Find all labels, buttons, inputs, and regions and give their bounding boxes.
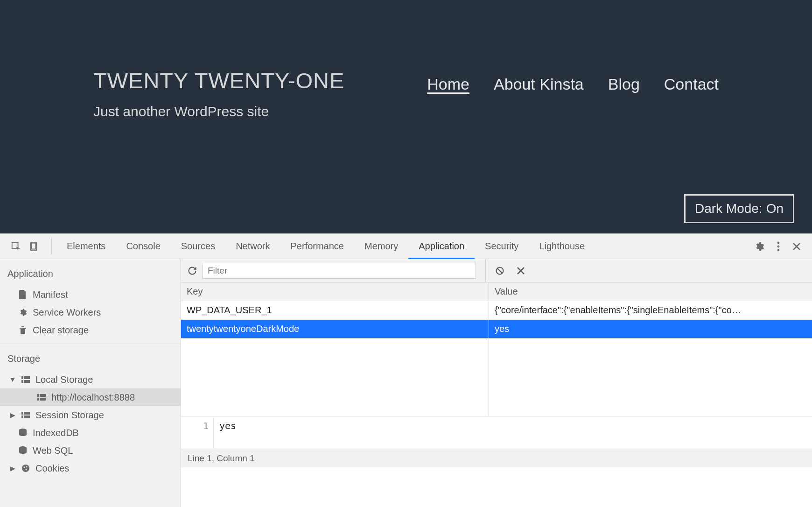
- editor-gutter: 1: [181, 416, 214, 449]
- svg-rect-11: [40, 394, 46, 397]
- svg-rect-10: [37, 394, 39, 397]
- chevron-down-icon: ▼: [9, 376, 16, 383]
- svg-point-22: [26, 466, 27, 467]
- svg-point-21: [24, 467, 25, 468]
- sidebar-item-label: Local Storage: [35, 374, 93, 385]
- table-header: Key Value: [181, 282, 812, 301]
- svg-point-3: [777, 241, 780, 244]
- block-icon[interactable]: [495, 266, 504, 275]
- tab-elements[interactable]: Elements: [56, 234, 116, 259]
- svg-rect-13: [40, 398, 46, 401]
- sidebar-item-label: http://localhost:8888: [51, 392, 135, 403]
- value-editor[interactable]: 1 yes: [181, 416, 812, 449]
- delete-icon[interactable]: [517, 267, 525, 275]
- cookie-icon: [21, 464, 31, 472]
- cell-key: WP_DATA_USER_1: [181, 301, 489, 319]
- storage-table: Key Value WP_DATA_USER_1 {"core/interfac…: [181, 282, 812, 339]
- sidebar-item-service-workers[interactable]: Service Workers: [0, 303, 181, 321]
- trash-icon: [18, 326, 28, 334]
- tab-console[interactable]: Console: [116, 234, 170, 259]
- tab-network[interactable]: Network: [225, 234, 280, 259]
- svg-point-5: [777, 249, 780, 251]
- grid-icon: [21, 376, 31, 383]
- svg-rect-9: [24, 380, 30, 383]
- tab-security[interactable]: Security: [475, 234, 529, 259]
- sidebar-item-indexeddb[interactable]: IndexedDB: [0, 424, 181, 442]
- sidebar-item-websql[interactable]: Web SQL: [0, 442, 181, 459]
- nav-about[interactable]: About Kinsta: [494, 75, 584, 93]
- device-toggle-icon[interactable]: [27, 241, 40, 252]
- sidebar-item-label: Service Workers: [33, 307, 101, 318]
- sidebar-item-label: Session Storage: [35, 410, 104, 421]
- tab-application[interactable]: Application: [408, 234, 475, 259]
- sidebar-item-manifest[interactable]: Manifest: [0, 286, 181, 303]
- cell-value: {"core/interface":{"enableItems":{"singl…: [489, 301, 812, 319]
- svg-rect-17: [24, 415, 30, 418]
- svg-rect-8: [21, 380, 23, 383]
- table-empty-area: [181, 339, 812, 416]
- tab-lighthouse[interactable]: Lighthouse: [529, 234, 595, 259]
- chevron-right-icon: ▶: [9, 411, 16, 419]
- svg-rect-6: [21, 376, 23, 379]
- sidebar-item-label: IndexedDB: [33, 428, 79, 438]
- sidebar-item-label: Manifest: [33, 289, 68, 300]
- svg-rect-7: [24, 376, 30, 379]
- sidebar-item-local-storage[interactable]: ▼ Local Storage: [0, 371, 181, 388]
- col-key[interactable]: Key: [181, 282, 489, 301]
- sidebar-item-label: Clear storage: [33, 325, 89, 336]
- cell-key: twentytwentyoneDarkMode: [181, 320, 489, 338]
- tab-performance[interactable]: Performance: [280, 234, 355, 259]
- svg-rect-14: [21, 412, 23, 415]
- gear-icon[interactable]: [754, 241, 764, 252]
- nav-home[interactable]: Home: [427, 75, 469, 93]
- chevron-right-icon: ▶: [9, 465, 16, 472]
- devtools-tabstrip: Elements Console Sources Network Perform…: [0, 234, 812, 259]
- nav-contact[interactable]: Contact: [664, 75, 719, 93]
- tab-sources[interactable]: Sources: [171, 234, 225, 259]
- dark-mode-toggle[interactable]: Dark Mode: On: [684, 194, 794, 223]
- close-icon[interactable]: [792, 242, 801, 251]
- sidebar-item-label: Cookies: [35, 463, 69, 474]
- sidebar-item-session-storage[interactable]: ▶ Session Storage: [0, 406, 181, 424]
- database-icon: [18, 446, 28, 455]
- sidebar-heading-storage: Storage: [0, 351, 181, 371]
- devtools-sidebar: Application Manifest Service Workers Cle…: [0, 259, 181, 507]
- cell-value: yes: [489, 320, 812, 338]
- sidebar-item-label: Web SQL: [33, 445, 73, 456]
- primary-nav: Home About Kinsta Blog Contact: [427, 75, 719, 93]
- grid-icon: [21, 412, 31, 418]
- nav-blog[interactable]: Blog: [608, 75, 640, 93]
- editor-content[interactable]: yes: [214, 416, 812, 449]
- grid-icon: [36, 394, 47, 401]
- refresh-icon[interactable]: [188, 266, 197, 275]
- tab-memory[interactable]: Memory: [354, 234, 408, 259]
- dark-mode-state: On: [766, 201, 784, 216]
- sidebar-item-clear-storage[interactable]: Clear storage: [0, 321, 181, 339]
- svg-point-4: [777, 245, 780, 247]
- svg-rect-15: [24, 412, 30, 415]
- col-value[interactable]: Value: [489, 282, 812, 301]
- storage-toolbar: [181, 259, 812, 282]
- site-tagline: Just another WordPress site: [93, 104, 344, 120]
- editor-status: Line 1, Column 1: [181, 449, 812, 467]
- file-icon: [18, 290, 28, 299]
- sidebar-item-cookies[interactable]: ▶ Cookies: [0, 459, 181, 477]
- site-branding: TWENTY TWENTY-ONE Just another WordPress…: [93, 68, 344, 120]
- website-header: TWENTY TWENTY-ONE Just another WordPress…: [0, 0, 812, 233]
- inspect-icon[interactable]: [9, 241, 22, 252]
- svg-rect-12: [37, 398, 39, 401]
- devtools-main: Key Value WP_DATA_USER_1 {"core/interfac…: [181, 259, 812, 507]
- more-icon[interactable]: [777, 241, 780, 252]
- site-title: TWENTY TWENTY-ONE: [93, 68, 344, 93]
- sidebar-heading-application: Application: [0, 266, 181, 286]
- devtools: Elements Console Sources Network Perform…: [0, 233, 812, 507]
- table-row[interactable]: twentytwentyoneDarkMode yes: [181, 320, 812, 338]
- sidebar-item-local-storage-origin[interactable]: http://localhost:8888: [0, 388, 181, 406]
- svg-rect-16: [21, 415, 23, 418]
- table-row[interactable]: WP_DATA_USER_1 {"core/interface":{"enabl…: [181, 301, 812, 320]
- gear-icon: [18, 308, 28, 317]
- filter-input[interactable]: [203, 263, 476, 279]
- svg-rect-2: [31, 243, 35, 249]
- database-icon: [18, 429, 28, 437]
- svg-point-23: [26, 469, 27, 471]
